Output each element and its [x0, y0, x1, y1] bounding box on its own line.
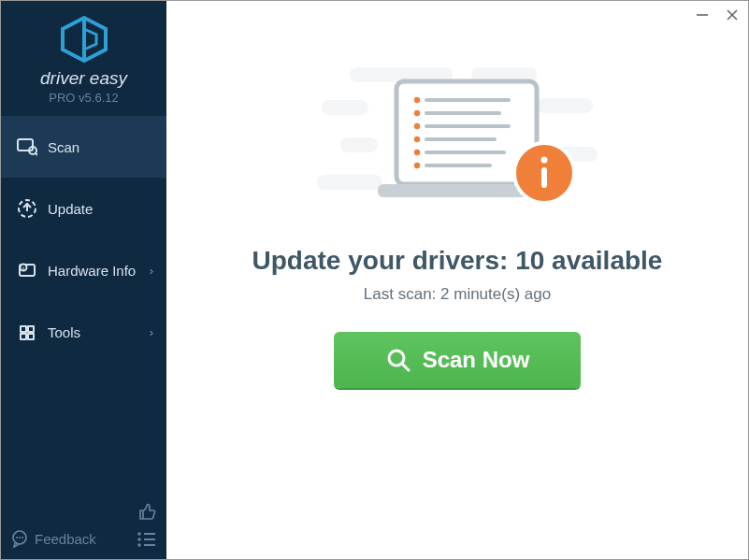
chat-icon [10, 529, 29, 548]
svg-point-43 [541, 157, 548, 164]
hardware-info-icon: i [14, 261, 40, 280]
svg-point-14 [137, 543, 141, 547]
brand-block: driver easy PRO v5.6.12 [1, 1, 166, 116]
svg-point-34 [414, 123, 420, 129]
svg-line-3 [36, 153, 37, 155]
brand-wordmark: driver easy [1, 68, 166, 89]
list-icon[interactable] [137, 531, 157, 548]
svg-rect-26 [317, 175, 382, 190]
last-scan-value: 2 minute(s) ago [440, 285, 551, 303]
brand-version: PRO v5.6.12 [1, 91, 166, 105]
svg-point-10 [19, 537, 21, 538]
close-button[interactable] [724, 7, 741, 23]
svg-point-13 [137, 538, 141, 541]
search-icon [385, 347, 411, 373]
nav-hardware-label: Hardware Info [48, 263, 150, 279]
svg-point-40 [414, 163, 420, 168]
thumbs-up-icon[interactable] [137, 501, 157, 522]
scan-now-button[interactable]: Scan Now [334, 332, 581, 388]
svg-rect-44 [541, 167, 547, 188]
svg-point-11 [22, 537, 23, 538]
sidebar-nav: Scan Update i Hardware Info › Tools › [1, 116, 166, 363]
feedback-button[interactable]: Feedback [10, 529, 96, 548]
tools-icon [14, 323, 40, 341]
nav-scan-label: Scan [48, 139, 153, 155]
svg-point-32 [414, 110, 420, 116]
window-controls [694, 7, 741, 23]
sidebar-footer: Feedback [1, 492, 166, 559]
brand-logo-icon [59, 16, 109, 63]
headline: Update your drivers: 10 available [252, 246, 663, 276]
nav-scan[interactable]: Scan [1, 116, 166, 178]
svg-rect-24 [537, 98, 593, 113]
laptop-illustration [312, 53, 602, 225]
svg-point-38 [414, 150, 420, 155]
svg-line-46 [402, 364, 409, 370]
last-scan-text: Last scan: 2 minute(s) ago [364, 285, 551, 304]
chevron-right-icon: › [150, 264, 153, 278]
feedback-label: Feedback [35, 531, 96, 547]
scan-icon [14, 137, 40, 156]
scan-button-label: Scan Now [423, 347, 530, 373]
chevron-right-icon: › [150, 325, 153, 339]
nav-tools[interactable]: Tools › [1, 301, 166, 363]
svg-point-9 [16, 537, 18, 538]
svg-point-30 [414, 97, 420, 103]
svg-rect-25 [340, 137, 378, 152]
svg-point-12 [137, 532, 141, 536]
update-icon [14, 198, 40, 219]
sidebar: driver easy PRO v5.6.12 Scan Update i Ha… [1, 1, 166, 559]
nav-update[interactable]: Update [1, 178, 166, 239]
nav-update-label: Update [48, 201, 153, 217]
nav-tools-label: Tools [48, 324, 150, 340]
svg-rect-23 [322, 100, 368, 115]
main-panel: Update your drivers: 10 available Last s… [166, 1, 748, 559]
minimize-button[interactable] [694, 7, 711, 23]
svg-point-36 [414, 136, 420, 142]
available-count: 10 [515, 246, 544, 275]
nav-hardware-info[interactable]: i Hardware Info › [1, 239, 166, 301]
